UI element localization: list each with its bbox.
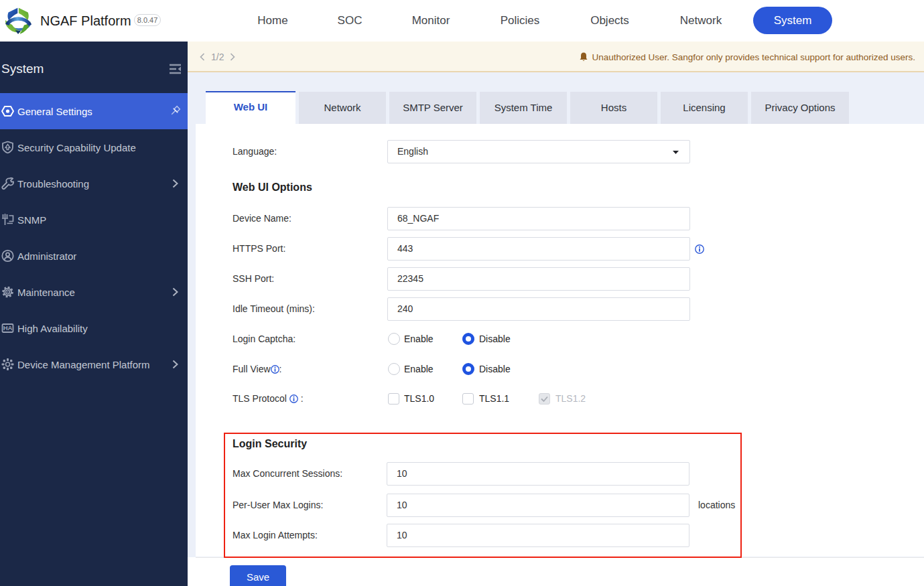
svg-text:HA: HA bbox=[3, 324, 13, 332]
